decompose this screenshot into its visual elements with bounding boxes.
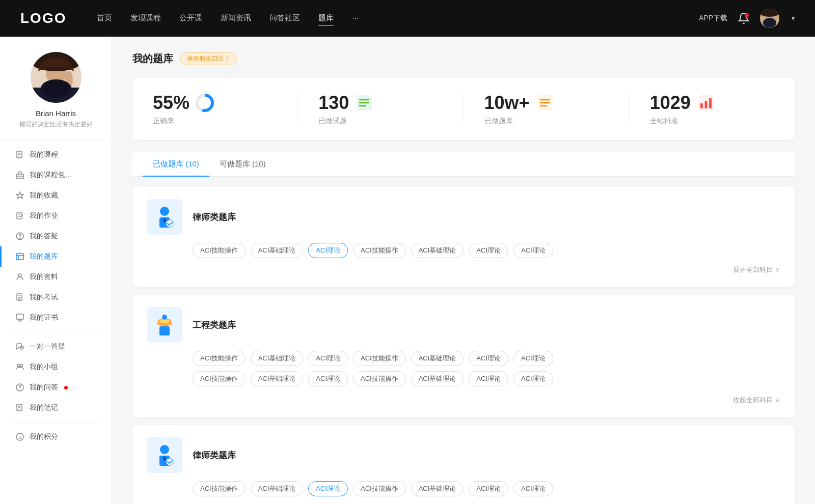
profile-section: Brian Harris 错误的决定比没有决定要好 [0,52,112,139]
tag-aci-theory-2[interactable]: ACI理论 [469,243,508,258]
eng-tag-10[interactable]: ACI理论 [308,371,348,386]
law2-tag-3-active[interactable]: ACI理论 [308,481,348,496]
nav-discover[interactable]: 发现课程 [130,11,161,26]
tag-aci-skill-op-2[interactable]: ACI技能操作 [353,243,406,258]
svg-point-11 [41,79,71,98]
tag-aci-theory-3[interactable]: ACI理论 [513,243,553,258]
bank-card-lawyer-2: 律师类题库 ACI技能操作 ACI基础理论 ACI理论 ACI技能操作 ACI基… [132,425,795,504]
sidebar-item-my-questions[interactable]: 我的问答 [0,377,112,398]
homework-icon [15,211,24,220]
tag-aci-basic-theory-2[interactable]: ACI基础理论 [411,243,464,258]
svg-point-0 [745,13,749,17]
package-icon [15,171,24,180]
expand-link-lawyer-1[interactable]: 展开全部科目 ∨ [733,265,780,274]
page-header: 我的题库 体验剩余23天！ [132,52,795,66]
law2-tag-6[interactable]: ACI理论 [469,481,508,496]
law2-tag-5[interactable]: ACI基础理论 [411,481,464,496]
engineer-icon [147,307,182,343]
tag-aci-basic-theory-1[interactable]: ACI基础理论 [251,243,304,258]
eng-tag-3[interactable]: ACI理论 [308,351,348,366]
law2-tag-1[interactable]: ACI技能操作 [193,481,246,496]
sidebar-label-my-cert: 我的证书 [30,313,58,322]
nav-more[interactable]: ··· [352,11,359,26]
eng-tag-11[interactable]: ACI技能操作 [353,371,406,386]
sidebar-item-my-homework[interactable]: 我的作业 [0,206,112,226]
law2-tag-2[interactable]: ACI基础理论 [251,481,304,496]
eng-tag-12[interactable]: ACI基础理论 [411,371,464,386]
svg-rect-66 [159,319,170,323]
tag-aci-skill-op-1[interactable]: ACI技能操作 [193,243,246,258]
eng-tag-5[interactable]: ACI基础理论 [411,351,464,366]
tab-todo[interactable]: 可做题库 (10) [209,152,276,176]
list-green-icon [355,94,373,112]
nav-qa[interactable]: 问答社区 [269,11,300,26]
eng-tag-13[interactable]: ACI理论 [469,371,508,386]
nav-open-course[interactable]: 公开课 [179,11,202,26]
eng-tag-4[interactable]: ACI技能操作 [353,351,406,366]
nav-home[interactable]: 首页 [97,11,112,26]
cert-icon [15,313,24,322]
stat-rank-label: 全站排名 [650,117,678,126]
sidebar-item-one-on-one[interactable]: 一对一答疑 [0,337,112,357]
avatar-image [760,9,779,28]
sidebar-item-my-packages[interactable]: 我的课程包... [0,165,112,185]
nav-bank[interactable]: 题库 [318,11,334,26]
svg-marker-18 [16,192,23,199]
eng-tag-8[interactable]: ACI技能操作 [193,371,246,386]
profile-motto: 错误的决定比没有决定要好 [9,120,103,129]
svg-rect-68 [159,326,170,335]
sidebar-item-my-bank[interactable]: 我的题库 [0,246,112,267]
sidebar-item-my-points[interactable]: S 我的积分 [0,427,112,447]
svg-point-27 [18,274,21,277]
divider-2 [10,422,101,423]
main-content: 我的题库 体验剩余23天！ 55% 正确率 130 [112,37,815,504]
eng-tag-2[interactable]: ACI基础理论 [251,351,304,366]
app-download-button[interactable]: APP下载 [699,14,727,23]
stat-accuracy-value-row: 55% [153,92,214,114]
stat-accuracy-label: 正确率 [153,117,174,126]
sidebar-label-my-profile: 我的资料 [30,272,58,282]
sidebar-item-my-group[interactable]: 我的小组 [0,357,112,377]
bank-card-lawyer-2-header: 律师类题库 [147,437,780,473]
bank-card-lawyer-1-footer: 展开全部科目 ∨ [147,261,780,274]
page-title: 我的题库 [132,52,173,66]
sidebar-item-my-exam[interactable]: 我的考试 [0,287,112,307]
sidebar-item-my-cert[interactable]: 我的证书 [0,307,112,328]
stat-done-questions-value: 130 [318,92,349,114]
notification-bell-icon[interactable] [738,12,750,24]
sidebar-item-my-profile[interactable]: 我的资料 [0,267,112,287]
eng-tag-6[interactable]: ACI理论 [469,351,508,366]
pie-chart [196,94,214,112]
svg-text:S: S [18,435,21,440]
stat-done-questions-label: 已做试题 [318,117,347,126]
page-wrap: Brian Harris 错误的决定比没有决定要好 我的课程 [0,0,815,504]
lawyer-icon [147,199,182,235]
stat-done-questions: 130 已做试题 [298,92,464,126]
tag-aci-theory-active[interactable]: ACI理论 [308,243,348,258]
tabs-row: 已做题库 (10) 可做题库 (10) [132,152,795,177]
user-dropdown-icon[interactable]: ▾ [792,15,795,22]
law2-tag-4[interactable]: ACI技能操作 [353,481,406,496]
svg-point-38 [17,365,20,367]
sidebar-item-my-qa[interactable]: 我的答疑 [0,226,112,246]
engineer-tags-row-2: ACI技能操作 ACI基础理论 ACI理论 ACI技能操作 ACI基础理论 AC… [193,371,780,386]
bank-card-lawyer-2-title: 律师类题库 [193,450,236,461]
law2-tag-7[interactable]: ACI理论 [513,481,553,496]
sidebar-item-my-favorites[interactable]: 我的收藏 [0,185,112,206]
group-icon [15,362,24,372]
eng-tag-1[interactable]: ACI技能操作 [193,351,246,366]
bank-card-lawyer-1-tags: ACI技能操作 ACI基础理论 ACI理论 ACI技能操作 ACI基础理论 AC… [193,243,780,258]
tab-done[interactable]: 已做题库 (10) [143,152,209,176]
bank-card-engineer-tags: ACI技能操作 ACI基础理论 ACI理论 ACI技能操作 ACI基础理论 AC… [193,351,780,386]
collapse-link-engineer[interactable]: 收起全部科目 ∧ [733,396,780,405]
eng-tag-9[interactable]: ACI基础理论 [251,371,304,386]
sidebar-item-my-notes[interactable]: 我的笔记 [0,398,112,418]
sidebar-label-my-points: 我的积分 [30,432,58,441]
nav-news[interactable]: 新闻资讯 [221,11,251,26]
eng-tag-14[interactable]: ACI理论 [513,371,553,386]
stat-accuracy: 55% 正确率 [132,92,298,126]
sidebar-item-my-courses[interactable]: 我的课程 [0,145,112,165]
avatar[interactable] [760,9,779,28]
eng-tag-7[interactable]: ACI理论 [513,351,553,366]
bank-card-engineer-title: 工程类题库 [193,319,236,331]
